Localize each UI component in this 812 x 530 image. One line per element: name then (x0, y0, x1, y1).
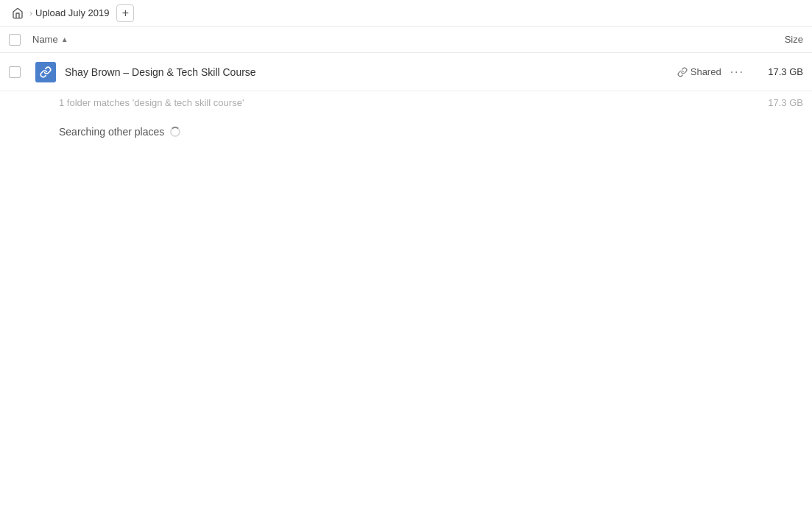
row-checkbox-col (9, 66, 32, 78)
summary-size: 17.3 GB (744, 97, 803, 108)
searching-label: Searching other places (59, 126, 164, 138)
file-actions: Shared ··· (677, 66, 744, 79)
name-column-header[interactable]: Name ▲ (32, 34, 744, 45)
file-size: 17.3 GB (744, 66, 803, 77)
shared-label: Shared (691, 66, 721, 77)
more-options-button[interactable]: ··· (730, 66, 744, 79)
column-headers: Name ▲ Size (0, 26, 812, 53)
file-name-col: Shay Brown – Design & Tech Skill Course (59, 66, 677, 78)
home-icon[interactable] (9, 4, 27, 22)
summary-row: 1 folder matches 'design & tech skill co… (0, 91, 812, 114)
name-label: Name (32, 34, 58, 45)
shared-badge: Shared (677, 66, 721, 77)
searching-section: Searching other places (0, 114, 812, 149)
summary-text: 1 folder matches 'design & tech skill co… (59, 97, 744, 108)
select-all-checkbox[interactable] (9, 34, 21, 46)
size-column-header[interactable]: Size (744, 34, 803, 45)
row-checkbox[interactable] (9, 66, 21, 78)
breadcrumb-separator: › (29, 8, 32, 18)
select-all-col (9, 34, 32, 46)
breadcrumb-bar: › Upload July 2019 + (0, 0, 812, 26)
file-name: Shay Brown – Design & Tech Skill Course (65, 66, 256, 78)
add-button[interactable]: + (116, 4, 134, 22)
file-icon-col (32, 62, 59, 82)
loading-spinner (170, 127, 180, 137)
sort-arrow: ▲ (61, 35, 68, 43)
breadcrumb-title: Upload July 2019 (35, 7, 109, 18)
link-icon (677, 67, 688, 77)
folder-icon (35, 62, 56, 82)
table-row[interactable]: Shay Brown – Design & Tech Skill Course … (0, 53, 812, 91)
